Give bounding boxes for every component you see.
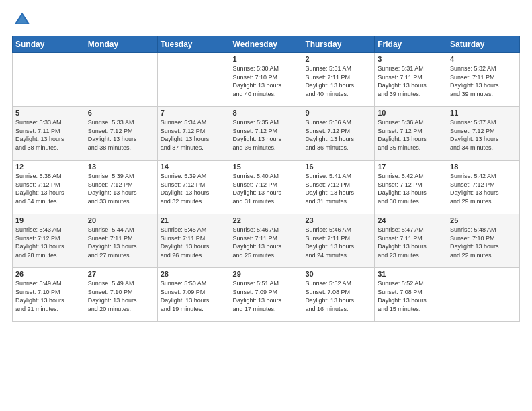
weekday-header-sunday: Sunday — [13, 36, 85, 53]
day-number: 28 — [161, 270, 227, 278]
weekday-header-friday: Friday — [375, 36, 447, 53]
day-number: 1 — [233, 55, 300, 63]
day-info: Sunrise: 5:33 AMSunset: 7:11 PMDaylight:… — [15, 118, 82, 152]
day-info: Sunrise: 5:49 AMSunset: 7:10 PMDaylight:… — [15, 279, 82, 313]
day-info: Sunrise: 5:38 AMSunset: 7:12 PMDaylight:… — [15, 172, 82, 205]
day-cell: 24Sunrise: 5:47 AMSunset: 7:11 PMDayligh… — [375, 214, 447, 268]
logo-icon — [12, 10, 32, 30]
day-cell: 26Sunrise: 5:49 AMSunset: 7:10 PMDayligh… — [13, 268, 85, 322]
logo — [12, 10, 35, 30]
day-cell: 6Sunrise: 5:33 AMSunset: 7:12 PMDaylight… — [85, 107, 157, 161]
day-number: 30 — [305, 270, 371, 278]
day-cell: 1Sunrise: 5:30 AMSunset: 7:10 PMDaylight… — [230, 53, 302, 107]
day-info: Sunrise: 5:40 AMSunset: 7:12 PMDaylight:… — [233, 172, 300, 205]
day-cell: 22Sunrise: 5:46 AMSunset: 7:11 PMDayligh… — [230, 214, 302, 268]
day-cell — [13, 53, 85, 107]
day-info: Sunrise: 5:44 AMSunset: 7:11 PMDaylight:… — [88, 226, 154, 259]
day-info: Sunrise: 5:39 AMSunset: 7:12 PMDaylight:… — [88, 172, 154, 205]
day-info: Sunrise: 5:48 AMSunset: 7:10 PMDaylight:… — [450, 226, 517, 259]
day-info: Sunrise: 5:42 AMSunset: 7:12 PMDaylight:… — [450, 172, 517, 205]
day-number: 22 — [233, 216, 300, 224]
day-number: 4 — [450, 55, 517, 63]
weekday-header-saturday: Saturday — [447, 36, 520, 53]
day-info: Sunrise: 5:33 AMSunset: 7:12 PMDaylight:… — [88, 118, 154, 152]
day-cell: 15Sunrise: 5:40 AMSunset: 7:12 PMDayligh… — [230, 161, 302, 214]
day-cell — [157, 53, 230, 107]
day-cell: 30Sunrise: 5:52 AMSunset: 7:08 PMDayligh… — [302, 268, 375, 322]
day-cell: 9Sunrise: 5:36 AMSunset: 7:12 PMDaylight… — [302, 107, 375, 161]
day-info: Sunrise: 5:37 AMSunset: 7:12 PMDaylight:… — [450, 118, 517, 152]
day-info: Sunrise: 5:46 AMSunset: 7:11 PMDaylight:… — [305, 226, 371, 259]
day-number: 12 — [15, 163, 82, 171]
day-number: 5 — [15, 109, 82, 117]
day-cell: 8Sunrise: 5:35 AMSunset: 7:12 PMDaylight… — [230, 107, 302, 161]
day-number: 9 — [305, 109, 371, 117]
day-info: Sunrise: 5:46 AMSunset: 7:11 PMDaylight:… — [233, 226, 300, 259]
day-info: Sunrise: 5:42 AMSunset: 7:12 PMDaylight:… — [378, 172, 444, 205]
day-cell: 11Sunrise: 5:37 AMSunset: 7:12 PMDayligh… — [447, 107, 520, 161]
day-info: Sunrise: 5:30 AMSunset: 7:10 PMDaylight:… — [233, 64, 300, 98]
day-number: 23 — [305, 216, 371, 224]
page: SundayMondayTuesdayWednesdayThursdayFrid… — [0, 0, 532, 411]
weekday-header-monday: Monday — [85, 36, 157, 53]
day-number: 17 — [378, 163, 444, 171]
day-number: 29 — [233, 270, 300, 278]
day-cell: 19Sunrise: 5:43 AMSunset: 7:12 PMDayligh… — [13, 214, 85, 268]
day-cell: 5Sunrise: 5:33 AMSunset: 7:11 PMDaylight… — [13, 107, 85, 161]
day-cell — [85, 53, 157, 107]
day-cell: 23Sunrise: 5:46 AMSunset: 7:11 PMDayligh… — [302, 214, 375, 268]
day-info: Sunrise: 5:41 AMSunset: 7:12 PMDaylight:… — [305, 172, 371, 205]
day-number: 13 — [88, 163, 154, 171]
weekday-header-tuesday: Tuesday — [157, 36, 230, 53]
day-info: Sunrise: 5:36 AMSunset: 7:12 PMDaylight:… — [305, 118, 371, 152]
weekday-header-row: SundayMondayTuesdayWednesdayThursdayFrid… — [13, 36, 520, 53]
day-number: 14 — [161, 163, 227, 171]
day-number: 7 — [161, 109, 227, 117]
day-number: 3 — [378, 55, 444, 63]
day-number: 25 — [450, 216, 517, 224]
weekday-header-thursday: Thursday — [302, 36, 375, 53]
day-cell: 4Sunrise: 5:32 AMSunset: 7:11 PMDaylight… — [447, 53, 520, 107]
day-cell: 21Sunrise: 5:45 AMSunset: 7:11 PMDayligh… — [157, 214, 230, 268]
week-row-5: 26Sunrise: 5:49 AMSunset: 7:10 PMDayligh… — [13, 268, 520, 322]
day-cell: 13Sunrise: 5:39 AMSunset: 7:12 PMDayligh… — [85, 161, 157, 214]
day-info: Sunrise: 5:34 AMSunset: 7:12 PMDaylight:… — [161, 118, 227, 152]
header — [12, 10, 520, 30]
day-info: Sunrise: 5:50 AMSunset: 7:09 PMDaylight:… — [161, 279, 227, 313]
day-number: 21 — [161, 216, 227, 224]
day-number: 27 — [88, 270, 154, 278]
day-number: 2 — [305, 55, 371, 63]
day-cell: 20Sunrise: 5:44 AMSunset: 7:11 PMDayligh… — [85, 214, 157, 268]
day-info: Sunrise: 5:52 AMSunset: 7:08 PMDaylight:… — [378, 279, 444, 313]
day-cell: 16Sunrise: 5:41 AMSunset: 7:12 PMDayligh… — [302, 161, 375, 214]
day-info: Sunrise: 5:32 AMSunset: 7:11 PMDaylight:… — [450, 64, 517, 98]
day-info: Sunrise: 5:31 AMSunset: 7:11 PMDaylight:… — [305, 64, 371, 98]
day-cell: 25Sunrise: 5:48 AMSunset: 7:10 PMDayligh… — [447, 214, 520, 268]
day-number: 10 — [378, 109, 444, 117]
day-number: 8 — [233, 109, 300, 117]
day-info: Sunrise: 5:35 AMSunset: 7:12 PMDaylight:… — [233, 118, 300, 152]
day-cell: 10Sunrise: 5:36 AMSunset: 7:12 PMDayligh… — [375, 107, 447, 161]
day-info: Sunrise: 5:49 AMSunset: 7:10 PMDaylight:… — [88, 279, 154, 313]
day-info: Sunrise: 5:47 AMSunset: 7:11 PMDaylight:… — [378, 226, 444, 259]
weekday-header-wednesday: Wednesday — [230, 36, 302, 53]
day-info: Sunrise: 5:45 AMSunset: 7:11 PMDaylight:… — [161, 226, 227, 259]
week-row-4: 19Sunrise: 5:43 AMSunset: 7:12 PMDayligh… — [13, 214, 520, 268]
day-cell — [447, 268, 520, 322]
week-row-2: 5Sunrise: 5:33 AMSunset: 7:11 PMDaylight… — [13, 107, 520, 161]
day-cell: 27Sunrise: 5:49 AMSunset: 7:10 PMDayligh… — [85, 268, 157, 322]
day-cell: 28Sunrise: 5:50 AMSunset: 7:09 PMDayligh… — [157, 268, 230, 322]
day-number: 20 — [88, 216, 154, 224]
day-number: 11 — [450, 109, 517, 117]
day-number: 15 — [233, 163, 300, 171]
day-number: 24 — [378, 216, 444, 224]
day-info: Sunrise: 5:31 AMSunset: 7:11 PMDaylight:… — [378, 64, 444, 98]
week-row-3: 12Sunrise: 5:38 AMSunset: 7:12 PMDayligh… — [13, 161, 520, 214]
day-cell: 2Sunrise: 5:31 AMSunset: 7:11 PMDaylight… — [302, 53, 375, 107]
calendar-table: SundayMondayTuesdayWednesdayThursdayFrid… — [12, 36, 520, 322]
day-info: Sunrise: 5:51 AMSunset: 7:09 PMDaylight:… — [233, 279, 300, 313]
day-info: Sunrise: 5:39 AMSunset: 7:12 PMDaylight:… — [161, 172, 227, 205]
day-info: Sunrise: 5:36 AMSunset: 7:12 PMDaylight:… — [378, 118, 444, 152]
day-number: 26 — [15, 270, 82, 278]
day-info: Sunrise: 5:52 AMSunset: 7:08 PMDaylight:… — [305, 279, 371, 313]
